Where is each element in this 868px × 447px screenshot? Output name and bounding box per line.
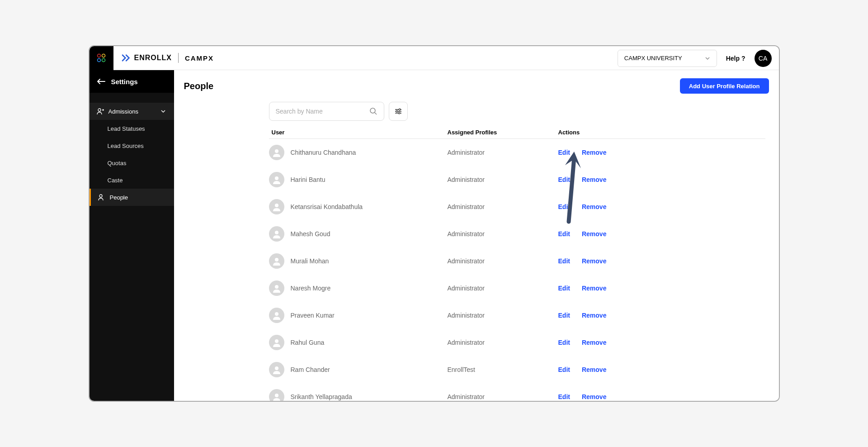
svg-point-11 xyxy=(275,176,278,180)
profile-cell: Administrator xyxy=(448,149,558,156)
add-user-profile-relation-button[interactable]: Add User Profile Relation xyxy=(680,78,769,94)
svg-point-6 xyxy=(370,108,375,113)
org-selected-label: CAMPX UNIVERSITY xyxy=(624,55,682,62)
user-name: Naresh Mogre xyxy=(291,285,331,292)
settings-back[interactable]: Settings xyxy=(90,70,174,93)
actions-cell: EditRemove xyxy=(558,339,765,346)
profile-cell: Administrator xyxy=(448,285,558,292)
user-cell: Ketansrisai Kondabathula xyxy=(269,199,448,214)
logo-enrollx[interactable]: ENROLLX xyxy=(122,54,172,62)
edit-link[interactable]: Edit xyxy=(558,393,570,400)
table-header: User Assigned Profiles Actions xyxy=(269,126,765,139)
svg-point-17 xyxy=(275,339,278,343)
remove-link[interactable]: Remove xyxy=(582,257,606,265)
org-select[interactable]: CAMPX UNIVERSITY xyxy=(618,50,717,67)
search-input[interactable] xyxy=(276,108,366,115)
sidebar-item-lead-sources[interactable]: Lead Sources xyxy=(90,137,174,154)
actions-cell: EditRemove xyxy=(558,230,765,238)
table-row: Harini BantuAdministratorEditRemove xyxy=(269,166,765,193)
user-avatar-icon xyxy=(269,335,284,350)
edit-link[interactable]: Edit xyxy=(558,339,570,346)
remove-link[interactable]: Remove xyxy=(582,312,606,319)
remove-link[interactable]: Remove xyxy=(582,203,606,210)
edit-link[interactable]: Edit xyxy=(558,203,570,210)
sidebar: Settings Admissions Lead Statuses Lead S… xyxy=(90,70,174,401)
profile-cell: Administrator xyxy=(448,257,558,265)
edit-link[interactable]: Edit xyxy=(558,230,570,238)
search-icon xyxy=(369,107,377,115)
remove-link[interactable]: Remove xyxy=(582,230,606,238)
svg-point-10 xyxy=(275,149,278,153)
main-content: People Add User Profile Relation xyxy=(174,70,779,401)
logo-campx[interactable]: CAMPX xyxy=(185,54,214,62)
user-name: Ram Chander xyxy=(291,366,330,373)
user-avatar-icon xyxy=(269,362,284,377)
edit-link[interactable]: Edit xyxy=(558,285,570,292)
user-avatar-icon xyxy=(269,253,284,269)
edit-link[interactable]: Edit xyxy=(558,312,570,319)
edit-link[interactable]: Edit xyxy=(558,176,570,183)
svg-point-19 xyxy=(275,394,278,397)
user-cell: Chithanuru Chandhana xyxy=(269,145,448,160)
remove-link[interactable]: Remove xyxy=(582,366,606,373)
remove-link[interactable]: Remove xyxy=(582,149,606,156)
user-avatar-icon xyxy=(269,281,284,296)
sidebar-item-caste[interactable]: Caste xyxy=(90,171,174,189)
logo-enrollx-text: ENROLLX xyxy=(134,54,172,62)
remove-link[interactable]: Remove xyxy=(582,393,606,400)
table-row: Chithanuru ChandhanaAdministratorEditRem… xyxy=(269,139,765,166)
sliders-icon xyxy=(394,107,402,115)
table-row: Ketansrisai KondabathulaAdministratorEdi… xyxy=(269,193,765,220)
user-cell: Rahul Guna xyxy=(269,335,448,350)
settings-label: Settings xyxy=(111,78,138,86)
svg-point-16 xyxy=(275,312,278,316)
svg-point-9 xyxy=(398,112,400,114)
svg-point-3 xyxy=(102,59,105,62)
remove-link[interactable]: Remove xyxy=(582,339,606,346)
help-link[interactable]: Help ? xyxy=(726,55,745,62)
user-name: Srikanth Yellapragada xyxy=(291,393,352,400)
actions-cell: EditRemove xyxy=(558,203,765,210)
actions-cell: EditRemove xyxy=(558,176,765,183)
svg-point-0 xyxy=(98,54,101,57)
user-cell: Harini Bantu xyxy=(269,172,448,187)
user-cell: Mahesh Goud xyxy=(269,226,448,242)
user-cell: Murali Mohan xyxy=(269,253,448,269)
sidebar-item-lead-statuses[interactable]: Lead Statuses xyxy=(90,120,174,137)
logo-divider xyxy=(178,53,179,63)
svg-point-2 xyxy=(98,59,101,62)
table-row: Rahul GunaAdministratorEditRemove xyxy=(269,329,765,356)
user-avatar-icon xyxy=(269,389,284,401)
user-cell: Praveen Kumar xyxy=(269,308,448,323)
actions-cell: EditRemove xyxy=(558,149,765,156)
user-name: Mahesh Goud xyxy=(291,230,330,238)
svg-point-1 xyxy=(102,54,105,57)
remove-link[interactable]: Remove xyxy=(582,176,606,183)
remove-link[interactable]: Remove xyxy=(582,285,606,292)
user-name: Ketansrisai Kondabathula xyxy=(291,203,363,210)
avatar[interactable]: CA xyxy=(755,50,772,67)
actions-cell: EditRemove xyxy=(558,285,765,292)
edit-link[interactable]: Edit xyxy=(558,149,570,156)
top-bar: ENROLLX CAMPX CAMPX UNIVERSITY Help ? CA xyxy=(90,46,779,70)
sidebar-item-people[interactable]: People xyxy=(90,189,174,206)
profile-cell: Administrator xyxy=(448,312,558,319)
svg-point-12 xyxy=(275,204,278,207)
table-row: Srikanth YellapragadaAdministratorEditRe… xyxy=(269,383,765,401)
edit-link[interactable]: Edit xyxy=(558,366,570,373)
search-box[interactable] xyxy=(269,102,384,121)
profile-cell: Administrator xyxy=(448,230,558,238)
logo-area: ENROLLX CAMPX xyxy=(113,53,222,63)
svg-point-15 xyxy=(275,285,278,289)
table-row: Mahesh GoudAdministratorEditRemove xyxy=(269,220,765,247)
filter-button[interactable] xyxy=(389,102,408,121)
svg-point-18 xyxy=(275,366,278,370)
sidebar-item-quotas[interactable]: Quotas xyxy=(90,154,174,171)
user-name: Harini Bantu xyxy=(291,176,326,183)
edit-link[interactable]: Edit xyxy=(558,257,570,265)
actions-cell: EditRemove xyxy=(558,393,765,400)
profile-cell: Administrator xyxy=(448,176,558,183)
app-grid-icon[interactable] xyxy=(90,46,113,70)
svg-point-7 xyxy=(399,109,401,110)
sidebar-item-admissions[interactable]: Admissions xyxy=(90,103,174,120)
